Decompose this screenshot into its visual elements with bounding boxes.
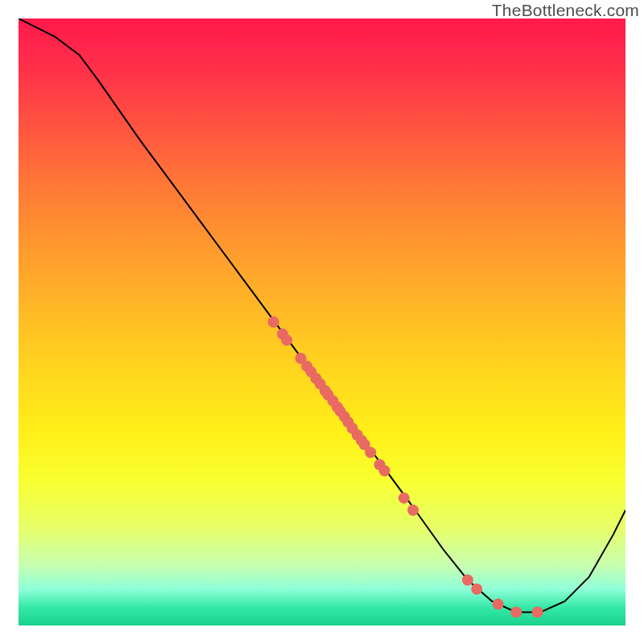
data-point xyxy=(471,584,482,595)
data-point xyxy=(268,316,279,328)
bottleneck-curve xyxy=(19,19,625,612)
data-point xyxy=(407,505,419,516)
watermark-text: TheBottleneck.com xyxy=(492,1,639,20)
data-point xyxy=(281,335,292,346)
data-point xyxy=(398,493,410,504)
data-point xyxy=(532,606,543,617)
data-point xyxy=(493,599,504,610)
chart-svg-layer xyxy=(19,19,625,625)
data-points-group xyxy=(268,316,543,617)
bottleneck-chart: TheBottleneck.com xyxy=(0,0,644,644)
data-point xyxy=(510,606,522,617)
data-point xyxy=(379,465,390,477)
data-point xyxy=(462,574,473,585)
plot-area xyxy=(19,19,625,625)
data-point xyxy=(365,447,376,458)
